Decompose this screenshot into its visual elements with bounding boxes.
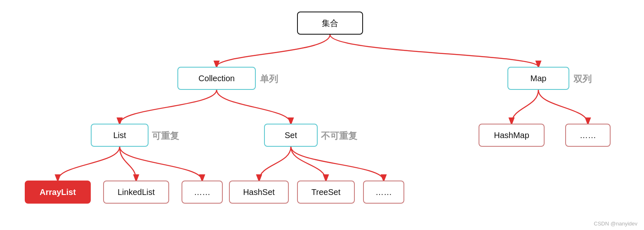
node-linkedlist: LinkedList [103,181,169,204]
node-hashmap: HashMap [479,124,545,147]
node-list-etc: …… [182,181,223,204]
node-set-etc: …… [363,181,404,204]
label-repeatable: 可重复 [152,130,179,142]
node-hashset: HashSet [229,181,289,204]
label-single: 单列 [260,73,278,85]
node-map-etc: …… [565,124,611,147]
node-map: Map [507,67,569,90]
label-double: 双列 [573,73,592,85]
node-collection-root: 集合 [297,12,363,35]
node-arraylist: ArrayList [25,181,91,204]
label-no-repeat: 不可重复 [321,130,357,142]
node-collection: Collection [177,67,256,90]
node-treeset: TreeSet [297,181,355,204]
node-set: Set [264,124,318,147]
watermark: CSDN @nanyidev [594,221,637,227]
diagram-container: 集合 Collection 单列 Map 双列 List 可重复 Set 不可重… [0,0,644,230]
node-list: List [91,124,149,147]
